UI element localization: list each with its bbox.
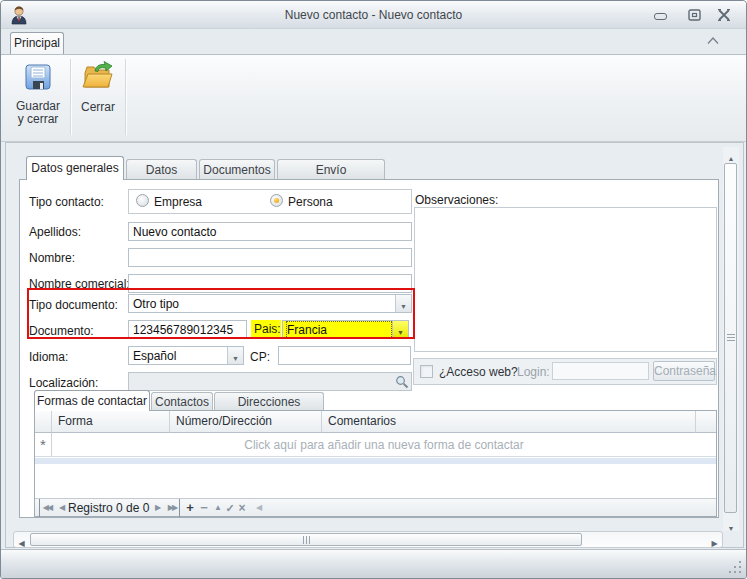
navigator-label: Registro 0 de 0 — [68, 499, 152, 517]
grid-header-numero-direccion[interactable]: Número/Dirección — [170, 411, 322, 433]
radio-persona[interactable] — [270, 194, 283, 207]
nav-next-record-icon[interactable]: ▶ — [153, 499, 163, 517]
tab-label: Documentos — [203, 163, 270, 177]
grid-header-forma[interactable]: Forma — [52, 411, 170, 433]
pais-value: Francia — [287, 322, 391, 338]
new-row-asterisk-icon: * — [40, 436, 46, 453]
pais-dropdown-button[interactable]: ▼ — [392, 321, 408, 338]
grid-header-comentarios[interactable]: Comentarios — [322, 411, 696, 433]
column-label: Número/Dirección — [176, 414, 272, 428]
scroll-left-button[interactable]: ◀ — [14, 532, 29, 547]
nombre-comercial-label: Nombre comercial: — [29, 277, 130, 291]
acceso-web-label[interactable]: ¿Acceso web? — [439, 365, 518, 379]
nav-previous-record-icon[interactable]: ◀ — [57, 499, 67, 517]
subtab-direcciones-postales[interactable]: Direcciones postales — [214, 392, 324, 411]
contrasena-button[interactable]: Contraseña — [653, 361, 715, 381]
subtab-formas-de-contactar[interactable]: Formas de contactar — [34, 390, 150, 411]
grid-header-filler — [696, 411, 716, 433]
observaciones-textarea[interactable] — [414, 207, 717, 352]
dropdown-arrow-icon: ▼ — [400, 303, 407, 310]
close-icon — [717, 9, 731, 21]
cp-label: CP: — [250, 350, 270, 364]
horizontal-scrollbar[interactable]: ◀ ▶ — [13, 531, 723, 548]
tipo-contacto-label: Tipo contacto: — [29, 195, 104, 209]
radio-empresa[interactable] — [136, 194, 149, 207]
scroll-down-icon: ▼ — [728, 525, 735, 532]
subtab-label: Contactos — [155, 395, 209, 409]
close-form-button[interactable]: Cerrar — [73, 57, 123, 137]
resize-grip-icon[interactable] — [739, 571, 741, 573]
restore-icon — [688, 9, 701, 21]
idioma-dropdown-button[interactable]: ▼ — [227, 347, 243, 364]
save-icon — [22, 61, 54, 93]
documento-input[interactable] — [128, 320, 247, 339]
thumb-grip-icon — [727, 334, 735, 335]
acceso-web-checkbox[interactable] — [420, 365, 433, 378]
tipo-documento-dropdown-button[interactable]: ▼ — [395, 295, 411, 312]
ribbon-tab-principal[interactable]: Principal — [10, 32, 64, 54]
nombre-input[interactable] — [128, 248, 412, 267]
close-button[interactable] — [713, 7, 735, 24]
radio-persona-label[interactable]: Persona — [288, 195, 333, 209]
idioma-combo[interactable]: Español ▼ — [128, 346, 244, 365]
nombre-label: Nombre: — [29, 251, 75, 265]
nav-cancel-edit-icon[interactable]: × — [236, 499, 248, 517]
tab-envio-notificaciones[interactable]: Envío notificaciones — [277, 159, 385, 180]
ribbon-separator — [70, 59, 71, 135]
nombre-comercial-input[interactable] — [128, 274, 412, 293]
save-and-close-button[interactable]: Guardar y cerrar — [8, 57, 68, 137]
restore-button[interactable] — [683, 7, 705, 24]
nav-delete-record-icon[interactable]: − — [198, 499, 210, 517]
scroll-right-icon: ▶ — [711, 539, 717, 548]
nav-edit-record-icon[interactable]: ▲ — [212, 499, 224, 517]
record-navigator: ◀◀ ◀ Registro 0 de 0 ▶ ▶▶ + − ▲ ✓ × ◀ — [35, 498, 716, 516]
tab-documentos[interactable]: Documentos — [199, 159, 275, 180]
tipo-documento-label: Tipo documento: — [29, 298, 118, 312]
apellidos-input[interactable] — [128, 222, 412, 241]
collapse-ribbon-icon[interactable] — [706, 36, 720, 45]
vertical-scrollbar-thumb[interactable] — [724, 163, 737, 513]
idioma-label: Idioma: — [29, 350, 68, 364]
apellidos-label: Apellidos: — [29, 225, 81, 239]
tipo-documento-value: Otro tipo — [133, 296, 394, 312]
nav-first-record-icon[interactable]: ◀◀ — [39, 499, 54, 517]
nav-scroll-left-icon[interactable]: ◀ — [254, 499, 264, 517]
ribbon-separator — [125, 59, 126, 135]
scroll-up-button[interactable]: ▲ — [723, 147, 739, 161]
idioma-value: Español — [133, 348, 226, 364]
ribbon-tab-strip — [1, 29, 746, 54]
grid-new-row[interactable]: Click aquí para añadir una nueva forma d… — [52, 433, 716, 457]
scroll-up-icon: ▲ — [728, 155, 735, 162]
horizontal-scrollbar-thumb[interactable] — [30, 533, 582, 546]
title-bar: Nuevo contacto - Nuevo contacto — [1, 1, 746, 29]
pais-combo[interactable]: Francia ▼ — [282, 320, 409, 339]
radio-empresa-label[interactable]: Empresa — [154, 195, 202, 209]
close-button-label: Cerrar — [73, 100, 123, 114]
column-label: Comentarios — [328, 414, 396, 428]
minimize-icon — [654, 13, 667, 20]
subtab-contactos[interactable]: Contactos — [151, 392, 213, 411]
scroll-down-button[interactable]: ▼ — [723, 517, 739, 531]
nav-post-edit-icon[interactable]: ✓ — [224, 499, 236, 517]
tipo-documento-combo[interactable]: Otro tipo ▼ — [128, 294, 412, 313]
documento-label: Documento: — [29, 324, 94, 338]
scroll-left-icon: ◀ — [18, 539, 24, 548]
login-input[interactable] — [552, 362, 649, 380]
minimize-button[interactable] — [649, 7, 671, 24]
cp-input[interactable] — [278, 346, 411, 365]
status-bar — [1, 549, 746, 578]
radio-selected-dot — [274, 198, 279, 203]
localizacion-input[interactable] — [128, 372, 412, 391]
pais-label: Pais: — [251, 320, 281, 339]
tab-datos-generales[interactable]: Datos generales — [26, 156, 124, 180]
vertical-scrollbar[interactable]: ▲ ▼ — [723, 147, 739, 531]
contact-forms-grid: Forma Número/Dirección Comentarios * Cli… — [34, 410, 717, 517]
tab-datos-cliente[interactable]: Datos cliente — [126, 159, 197, 180]
close-folder-icon — [81, 61, 115, 93]
nav-last-record-icon[interactable]: ▶▶ — [165, 499, 180, 517]
scroll-right-button[interactable]: ▶ — [707, 532, 722, 547]
nav-add-record-icon[interactable]: + — [184, 499, 196, 517]
search-icon[interactable] — [395, 375, 409, 389]
observaciones-label: Observaciones: — [415, 193, 498, 207]
tab-label: Datos generales — [31, 161, 118, 175]
